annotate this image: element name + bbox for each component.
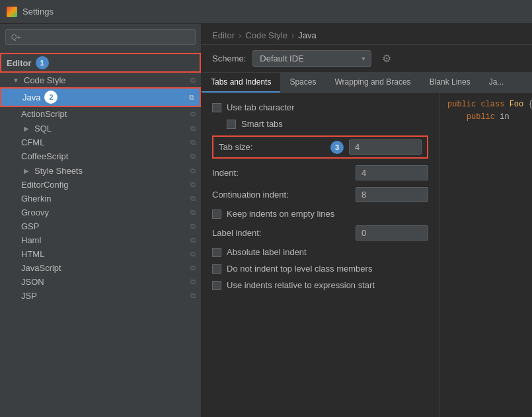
java-label: Java [22, 93, 40, 102]
sidebar-item-gherkin[interactable]: Gherkin ⧉ [0, 192, 201, 206]
absolute-label-indent-label: Absolute label indent [227, 247, 307, 257]
tab-ja[interactable]: Ja... [480, 73, 513, 93]
indent-row: Indent: [212, 165, 428, 180]
gherkin-copy-icon: ⧉ [190, 194, 196, 203]
do-not-indent-row: Do not indent top level class members [212, 264, 428, 274]
java-copy-icon: ⧉ [189, 93, 194, 102]
tab-size-label: Tab size: [219, 142, 326, 152]
smart-tabs-checkbox[interactable] [227, 120, 236, 129]
sidebar-tree: Editor 1 ▼ Code Style ⧉ Java 2 ⧉ ActionS… [0, 50, 201, 417]
cfml-label: CFML [21, 137, 44, 147]
settings-panel: Use tab character Smart tabs Tab size: 3… [202, 93, 439, 417]
label-indent-label: Label indent: [212, 228, 356, 238]
continuation-indent-label: Continuation indent: [212, 190, 356, 200]
expand-icon: ▼ [11, 75, 21, 85]
sidebar-item-gsp[interactable]: GSP ⧉ [0, 219, 201, 233]
gherkin-label: Gherkin [21, 194, 52, 204]
json-copy-icon: ⧉ [190, 278, 196, 286]
sidebar-item-groovy[interactable]: Groovy ⧉ [0, 206, 201, 219]
groovy-label: Groovy [21, 208, 49, 217]
scheme-dropdown[interactable]: Default IDE Project Custom [252, 50, 371, 67]
code-line-2: public in [447, 111, 524, 124]
sidebar-item-code-style[interactable]: ▼ Code Style ⧉ [0, 73, 201, 87]
search-input[interactable] [25, 32, 190, 42]
code-style-label: Code Style [24, 75, 66, 85]
html-label: HTML [21, 249, 44, 259]
scheme-dropdown-wrapper[interactable]: Default IDE Project Custom [252, 50, 371, 67]
editor-label: Editor [7, 58, 32, 68]
javascript-copy-icon: ⧉ [190, 264, 196, 272]
java-badge: 2 [44, 91, 57, 104]
sidebar-item-stylesheets[interactable]: ▶ Style Sheets ⧉ [0, 163, 201, 178]
breadcrumb-sep-1: › [239, 30, 241, 40]
search-box[interactable]: Q+ [5, 29, 196, 45]
tab-size-input[interactable] [349, 139, 422, 155]
groovy-copy-icon: ⧉ [190, 208, 196, 217]
use-tab-character-label: Use tab character [227, 102, 295, 112]
sidebar-item-cfml[interactable]: CFML ⧉ [0, 135, 201, 149]
keep-indents-row: Keep indents on empty lines [212, 209, 428, 219]
scheme-row: Scheme: Default IDE Project Custom ⚙ [202, 45, 532, 73]
breadcrumb-sep-2: › [291, 30, 294, 40]
absolute-label-indent-checkbox[interactable] [212, 248, 221, 257]
tab-size-row: Tab size: 3 [212, 135, 428, 159]
editorconfig-label: EditorConfig [21, 180, 69, 190]
keep-indents-label: Keep indents on empty lines [227, 209, 334, 219]
main-layout: Q+ Editor 1 ▼ Code Style ⧉ Java 2 ⧉ [0, 24, 532, 417]
sidebar-item-haml[interactable]: Haml ⧉ [0, 233, 201, 247]
use-indents-relative-label: Use indents relative to expression start [227, 280, 375, 290]
sidebar-item-editor[interactable]: Editor 1 [0, 53, 201, 73]
use-indents-relative-checkbox[interactable] [212, 281, 221, 290]
sidebar-item-actionscript[interactable]: ActionScript ⧉ [0, 107, 201, 121]
sidebar-item-jsp[interactable]: JSP ⧉ [0, 289, 201, 303]
search-icon: Q+ [11, 33, 21, 41]
keep-indents-checkbox[interactable] [212, 209, 221, 219]
jsp-label: JSP [21, 291, 37, 301]
tabs-row: Tabs and Indents Spaces Wrapping and Bra… [202, 73, 532, 93]
continuation-indent-input[interactable] [356, 187, 428, 202]
sidebar-item-java[interactable]: Java 2 ⧉ [0, 87, 201, 107]
label-indent-row: Label indent: [212, 225, 428, 241]
use-tab-character-checkbox[interactable] [212, 103, 221, 112]
breadcrumb-editor: Editor [212, 30, 235, 40]
sidebar-item-coffeescript[interactable]: CoffeeScript ⧉ [0, 149, 201, 163]
gear-button[interactable]: ⚙ [378, 51, 395, 66]
json-label: JSON [21, 277, 44, 287]
absolute-label-indent-row: Absolute label indent [212, 247, 428, 257]
stylesheets-label: Style Sheets [34, 166, 83, 176]
haml-label: Haml [21, 235, 41, 245]
sql-copy-icon: ⧉ [190, 124, 196, 133]
use-indents-relative-row: Use indents relative to expression start [212, 280, 428, 290]
sidebar-item-javascript[interactable]: JavaScript ⧉ [0, 261, 201, 275]
gsp-copy-icon: ⧉ [190, 222, 196, 231]
indent-label: Indent: [212, 168, 356, 178]
label-indent-input[interactable] [356, 225, 428, 241]
smart-tabs-row: Smart tabs [212, 119, 428, 129]
scheme-label: Scheme: [212, 54, 246, 63]
coffeescript-copy-icon: ⧉ [190, 152, 196, 161]
use-tab-character-row: Use tab character [212, 102, 428, 112]
tab-blank-lines[interactable]: Blank Lines [420, 73, 480, 93]
sql-expand-icon: ▶ [21, 123, 32, 133]
tab-size-badge: 3 [330, 141, 344, 154]
code-preview-pane: public class Foo { public in [439, 93, 532, 417]
sidebar-item-json[interactable]: JSON ⧉ [0, 275, 201, 289]
copy-icon: ⧉ [190, 76, 196, 85]
tab-tabs-indents[interactable]: Tabs and Indents [202, 73, 280, 93]
settings-preview-split: Use tab character Smart tabs Tab size: 3… [202, 93, 532, 417]
sidebar-item-html[interactable]: HTML ⧉ [0, 247, 201, 261]
do-not-indent-checkbox[interactable] [212, 264, 221, 274]
gsp-label: GSP [21, 221, 39, 231]
sidebar-item-editorconfig[interactable]: EditorConfig ⧉ [0, 178, 201, 192]
indent-input[interactable] [356, 165, 428, 180]
cfml-copy-icon: ⧉ [190, 138, 196, 147]
smart-tabs-label: Smart tabs [241, 119, 283, 129]
code-line-1: public class Foo { [447, 98, 524, 111]
tab-spaces[interactable]: Spaces [280, 73, 325, 93]
haml-copy-icon: ⧉ [190, 236, 196, 245]
tab-wrapping-braces[interactable]: Wrapping and Braces [325, 73, 420, 93]
title-bar: Settings [0, 0, 532, 24]
html-copy-icon: ⧉ [190, 250, 196, 258]
breadcrumb-java: Java [298, 30, 316, 40]
sidebar-item-sql[interactable]: ▶ SQL ⧉ [0, 121, 201, 135]
